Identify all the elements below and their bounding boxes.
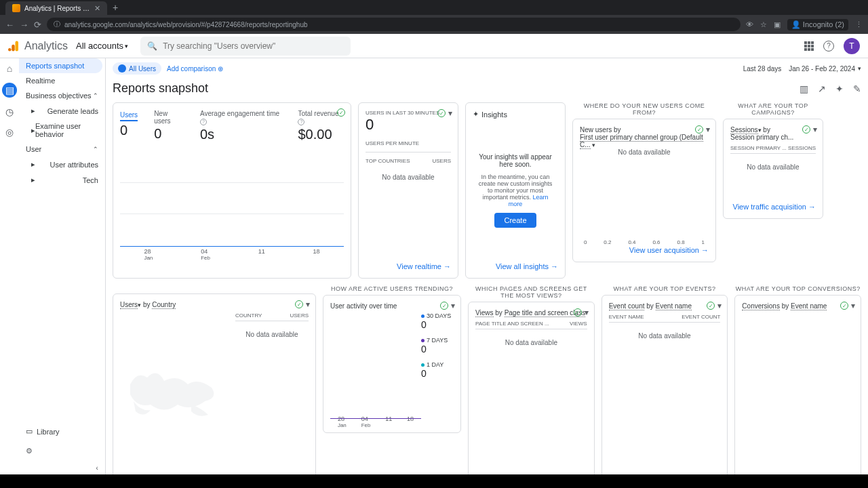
logo[interactable]: Analytics bbox=[8, 40, 68, 52]
activity-chart: 28Jan 04Feb 11 18 bbox=[330, 310, 421, 426]
overview-chart-xlabels: 28Jan 04Feb 11 18 bbox=[120, 247, 344, 261]
product-name: Analytics bbox=[24, 40, 68, 52]
plus-icon: ⊕ bbox=[218, 65, 223, 73]
nav-back-button[interactable]: ← bbox=[5, 20, 14, 30]
customize-icon[interactable]: ▥ bbox=[800, 83, 808, 94]
url-text: analytics.google.com/analytics/web/provi… bbox=[64, 21, 308, 28]
sidebar-realtime[interactable]: Realtime bbox=[19, 73, 105, 88]
info-icon[interactable]: ? bbox=[298, 119, 304, 125]
sidebar-collapse-button[interactable]: ‹ bbox=[19, 461, 105, 474]
check-icon[interactable]: ✓ bbox=[295, 300, 303, 308]
check-icon[interactable]: ✓ bbox=[695, 125, 703, 134]
sidebar-business-objectives[interactable]: Business objectives ⌃ bbox=[19, 88, 105, 103]
card-realtime: ✓▾ USERS IN LAST 30 MINUTES 0 USERS PER … bbox=[358, 102, 458, 279]
card-countries: ✓▾ Users▾ by Country COUNTRYUSERS No dat… bbox=[113, 293, 316, 474]
apps-icon[interactable] bbox=[804, 41, 814, 51]
sidebar-user-attributes[interactable]: ▸ User attributes bbox=[19, 157, 105, 172]
bookmark-icon[interactable]: ☆ bbox=[760, 20, 767, 29]
eye-slash-icon[interactable]: 👁 bbox=[746, 20, 753, 28]
help-icon[interactable]: ? bbox=[823, 41, 834, 52]
check-icon[interactable]: ✓ bbox=[840, 302, 848, 310]
card-menu[interactable]: ▾ bbox=[813, 125, 817, 134]
create-insight-button[interactable]: Create bbox=[494, 213, 536, 228]
check-icon[interactable]: ✓ bbox=[802, 125, 810, 134]
card-menu[interactable]: ▾ bbox=[448, 108, 452, 118]
card-menu[interactable]: ▾ bbox=[717, 301, 722, 310]
rail-advertising[interactable]: ◎ bbox=[3, 126, 16, 138]
tab-close-icon[interactable]: ✕ bbox=[94, 4, 100, 13]
events-no-data: No data available bbox=[609, 323, 721, 349]
check-icon[interactable]: ✓ bbox=[337, 108, 345, 117]
check-icon[interactable]: ✓ bbox=[574, 308, 582, 317]
browser-menu-button[interactable]: ⋮ bbox=[855, 20, 863, 29]
metric-engagement-value: 0s bbox=[200, 127, 282, 142]
view-realtime-link[interactable]: View realtime bbox=[397, 262, 451, 270]
new-users-no-data: No data available bbox=[618, 148, 670, 156]
pages-title[interactable]: Views by Page title and screen class bbox=[475, 309, 587, 317]
rail-reports[interactable]: ▤ bbox=[2, 83, 17, 98]
card-menu[interactable]: ▾ bbox=[851, 301, 855, 310]
countries-title[interactable]: Users▾ by Country bbox=[120, 301, 309, 308]
section-new-users: WHERE DO YOUR NEW USERS COME FROM? bbox=[572, 102, 716, 116]
edit-icon[interactable]: ✎ bbox=[853, 83, 861, 94]
card-campaigns: ✓▾ Sessions▾ by Session primary ch... SE… bbox=[723, 119, 823, 219]
sidebar-tech[interactable]: ▸ Tech bbox=[19, 172, 105, 188]
chevron-up-icon: ⌃ bbox=[93, 92, 98, 99]
sidebar-library[interactable]: ▭ Library bbox=[19, 422, 105, 441]
view-insights-link[interactable]: View all insights bbox=[496, 262, 558, 270]
chevron-up-icon: ⌃ bbox=[93, 146, 98, 152]
extension-icon[interactable]: ▣ bbox=[774, 20, 781, 29]
card-menu[interactable]: ▾ bbox=[585, 308, 589, 317]
campaigns-dimension: Session primary ch... bbox=[730, 134, 816, 141]
pages-no-data: No data available bbox=[475, 329, 587, 356]
nav-reload-button[interactable]: ⟳ bbox=[34, 20, 41, 30]
svg-point-2 bbox=[8, 48, 12, 52]
view-traffic-link[interactable]: View traffic acquisition bbox=[733, 203, 816, 211]
browser-tab[interactable]: Analytics | Reports snapshot ✕ bbox=[5, 1, 107, 15]
events-title[interactable]: Event count by Event name bbox=[609, 302, 721, 310]
section-pages: WHICH PAGES AND SCREENS GET THE MOST VIE… bbox=[468, 285, 595, 299]
new-users-xticks: 00.20.40.60.81 bbox=[580, 239, 709, 245]
sidebar-reports-snapshot[interactable]: Reports snapshot bbox=[19, 58, 102, 73]
check-icon[interactable]: ✓ bbox=[707, 302, 715, 310]
card-insights: ✦Insights Your insights will appear here… bbox=[465, 102, 566, 279]
check-icon[interactable]: ✓ bbox=[440, 302, 448, 310]
sidebar-generate-leads[interactable]: ▸ Generate leads bbox=[19, 103, 105, 119]
svg-rect-0 bbox=[16, 41, 19, 51]
account-selector[interactable]: All accounts ▾ bbox=[76, 41, 128, 51]
search-box[interactable]: 🔍 bbox=[140, 37, 351, 56]
search-input[interactable] bbox=[163, 41, 344, 51]
new-users-dimension[interactable]: First user primary channel group (Defaul… bbox=[580, 134, 709, 148]
search-icon: 🔍 bbox=[147, 41, 157, 51]
view-acquisition-link[interactable]: View user acquisition bbox=[629, 246, 709, 254]
section-events: WHAT ARE YOUR TOP EVENTS? bbox=[601, 285, 728, 292]
sidebar-admin[interactable]: ⚙ bbox=[19, 441, 105, 461]
activity-title: User activity over time bbox=[330, 302, 454, 310]
conversions-title[interactable]: Conversions by Event name bbox=[742, 302, 854, 310]
url-bar[interactable]: ⓘ analytics.google.com/analytics/web/pro… bbox=[47, 18, 741, 31]
metric-engagement-tab[interactable]: Average engagement time ? bbox=[200, 110, 282, 125]
metric-users-value: 0 bbox=[120, 123, 138, 138]
info-icon[interactable]: ? bbox=[200, 119, 207, 125]
new-tab-button[interactable]: + bbox=[113, 2, 118, 13]
audience-chip[interactable]: All Users bbox=[113, 62, 161, 75]
nav-forward-button[interactable]: → bbox=[20, 20, 28, 30]
date-range-picker[interactable]: Last 28 days Jan 26 - Feb 22, 2024 ▾ bbox=[743, 65, 861, 73]
metric-users-tab[interactable]: Users bbox=[120, 111, 138, 121]
site-info-icon[interactable]: ⓘ bbox=[54, 20, 60, 29]
card-menu[interactable]: ▾ bbox=[706, 125, 710, 134]
share-icon[interactable]: ↗ bbox=[818, 83, 826, 94]
card-menu[interactable]: ▾ bbox=[306, 300, 310, 309]
card-overview: ✓ Users0 New users0 Average engagement t… bbox=[113, 102, 351, 279]
check-icon[interactable]: ✓ bbox=[437, 109, 446, 117]
metric-new-users-tab[interactable]: New users bbox=[154, 110, 184, 125]
avatar[interactable]: T bbox=[844, 38, 860, 54]
add-comparison-button[interactable]: Add comparison ⊕ bbox=[167, 65, 223, 73]
insights-spark-icon[interactable]: ✦ bbox=[835, 83, 844, 94]
sidebar-user[interactable]: User ⌃ bbox=[19, 142, 105, 157]
card-menu[interactable]: ▾ bbox=[451, 301, 455, 310]
rail-home[interactable]: ⌂ bbox=[3, 62, 16, 75]
sidebar-examine-behavior[interactable]: ▸ Examine user behavior bbox=[19, 119, 105, 142]
rail-explore[interactable]: ◷ bbox=[3, 106, 16, 118]
activity-stat: 1 DAY0 bbox=[421, 361, 454, 379]
